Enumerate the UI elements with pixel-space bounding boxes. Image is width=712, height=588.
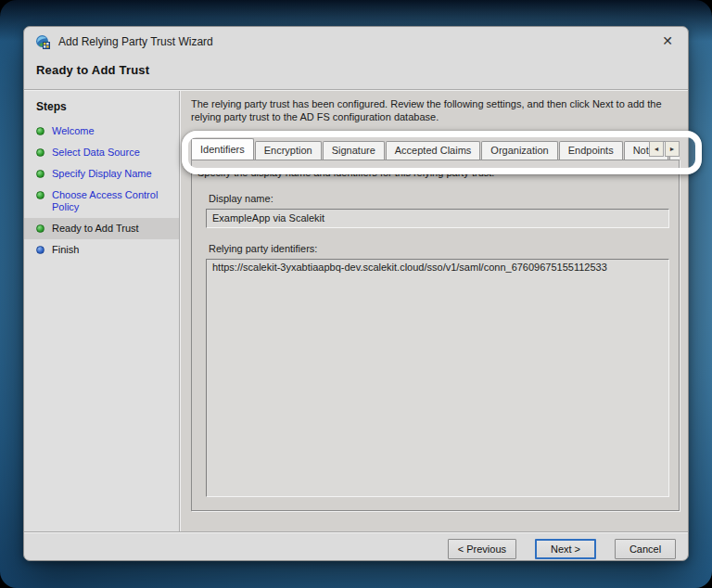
tab-instruction: Specify the display name and identifiers… <box>197 167 668 178</box>
tab-endpoints[interactable]: Endpoints <box>559 141 623 160</box>
step-completed-icon <box>36 127 44 135</box>
next-button[interactable]: Next > <box>535 539 596 559</box>
tab-strip: Identifiers Encryption Signature Accepte… <box>191 137 680 160</box>
desktop-background: Add Relying Party Trust Wizard ✕ Ready t… <box>0 0 712 588</box>
tab-encryption[interactable]: Encryption <box>255 141 322 160</box>
display-name-field[interactable]: ExampleApp via Scalekit <box>206 209 669 228</box>
window-title: Add Relying Party Trust Wizard <box>58 35 213 48</box>
display-name-label: Display name: <box>209 193 668 204</box>
tab-accepted-claims[interactable]: Accepted Claims <box>386 141 481 160</box>
sidebar-item-label: Welcome <box>52 125 95 137</box>
tab-scroll-buttons: ◄ ► <box>648 141 680 157</box>
sidebar-item-label: Ready to Add Trust <box>52 223 139 235</box>
sidebar-item-finish[interactable]: Finish <box>24 239 179 261</box>
previous-button[interactable]: < Previous <box>448 539 516 559</box>
tab-signature[interactable]: Signature <box>323 141 385 160</box>
settings-tab-control: Identifiers Encryption Signature Accepte… <box>191 137 680 511</box>
page-description: The relying party trust has been configu… <box>191 97 680 123</box>
relying-party-identifiers-label: Relying party identifiers: <box>209 243 668 254</box>
page-title: Ready to Add Trust <box>24 57 688 77</box>
identifiers-tab-panel: Specify the display name and identifiers… <box>191 160 680 511</box>
step-completed-icon <box>36 148 44 157</box>
steps-heading: Steps <box>24 96 179 121</box>
sidebar-item-label: Choose Access Control Policy <box>52 189 172 213</box>
sidebar-item-choose-access-control-policy[interactable]: Choose Access Control Policy <box>24 185 179 218</box>
relying-party-identifiers-list[interactable]: https://scalekit-3yxabtiaapbq-dev.scalek… <box>206 259 669 497</box>
step-current-icon <box>36 224 44 233</box>
step-upcoming-icon <box>36 246 44 254</box>
tab-organization[interactable]: Organization <box>481 141 557 160</box>
tab-scroll-right-icon[interactable]: ► <box>665 141 680 157</box>
sidebar-item-specify-display-name[interactable]: Specify Display Name <box>24 163 179 185</box>
sidebar-item-welcome[interactable]: Welcome <box>24 121 179 142</box>
steps-sidebar: Steps Welcome Select Data Source Specify… <box>24 91 179 531</box>
titlebar[interactable]: Add Relying Party Trust Wizard ✕ <box>24 27 688 57</box>
tab-identifiers[interactable]: Identifiers <box>191 138 254 160</box>
close-icon[interactable]: ✕ <box>657 31 678 51</box>
wizard-page-content: The relying party trust has been configu… <box>181 91 688 531</box>
cancel-button[interactable]: Cancel <box>615 539 676 559</box>
sidebar-item-ready-to-add-trust[interactable]: Ready to Add Trust <box>24 218 179 239</box>
step-completed-icon <box>36 170 44 178</box>
sidebar-item-label: Select Data Source <box>52 147 140 159</box>
sidebar-item-select-data-source[interactable]: Select Data Source <box>24 142 179 163</box>
identifier-list-item[interactable]: https://scalekit-3yxabtiaapbq-dev.scalek… <box>207 261 668 275</box>
sidebar-item-label: Specify Display Name <box>52 168 152 180</box>
sidebar-item-label: Finish <box>52 244 79 256</box>
adfs-wizard-icon <box>35 34 51 50</box>
wizard-dialog: Add Relying Party Trust Wizard ✕ Ready t… <box>23 26 689 561</box>
buttonbar: < Previous Next > Cancel <box>24 533 688 561</box>
tab-scroll-left-icon[interactable]: ◄ <box>649 141 664 157</box>
step-completed-icon <box>36 191 44 199</box>
